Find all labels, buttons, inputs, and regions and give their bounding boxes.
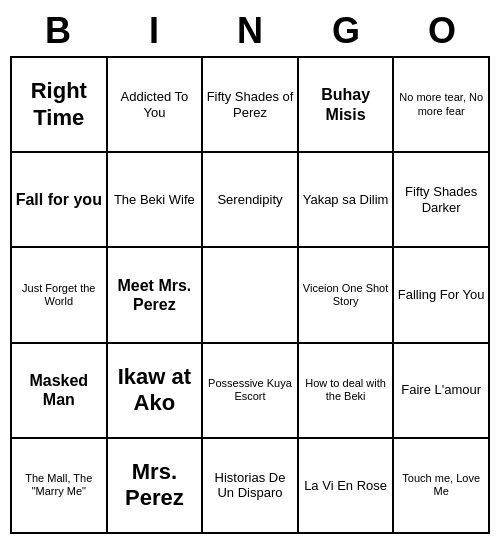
cell-r2-c0: Just Forget the World — [11, 247, 107, 342]
letter-g: G — [298, 10, 394, 52]
cell-r0-c3: Buhay Misis — [298, 57, 394, 152]
cell-r4-c1: Mrs. Perez — [107, 438, 203, 533]
cell-r2-c4: Falling For You — [393, 247, 489, 342]
cell-r3-c1: Ikaw at Ako — [107, 343, 203, 438]
cell-r0-c1: Addicted To You — [107, 57, 203, 152]
cell-r2-c3: Viceion One Shot Story — [298, 247, 394, 342]
cell-r3-c4: Faire L'amour — [393, 343, 489, 438]
cell-r2-c2 — [202, 247, 298, 342]
cell-r0-c4: No more tear, No more fear — [393, 57, 489, 152]
cell-r1-c1: The Beki Wife — [107, 152, 203, 247]
letter-n: N — [202, 10, 298, 52]
cell-r3-c3: How to deal with the Beki — [298, 343, 394, 438]
letter-b: B — [10, 10, 106, 52]
letter-i: I — [106, 10, 202, 52]
cell-r0-c0: Right Time — [11, 57, 107, 152]
cell-r3-c0: Masked Man — [11, 343, 107, 438]
cell-r1-c0: Fall for you — [11, 152, 107, 247]
cell-r3-c2: Possessive Kuya Escort — [202, 343, 298, 438]
cell-r0-c2: Fifty Shades of Perez — [202, 57, 298, 152]
cell-r1-c4: Fifty Shades Darker — [393, 152, 489, 247]
cell-r2-c1: Meet Mrs. Perez — [107, 247, 203, 342]
bingo-grid: Right TimeAddicted To YouFifty Shades of… — [10, 56, 490, 534]
letter-o: O — [394, 10, 490, 52]
bingo-title-row: B I N G O — [10, 10, 490, 52]
cell-r1-c3: Yakap sa Dilim — [298, 152, 394, 247]
cell-r1-c2: Serendipity — [202, 152, 298, 247]
cell-r4-c4: Touch me, Love Me — [393, 438, 489, 533]
cell-r4-c3: La Vi En Rose — [298, 438, 394, 533]
cell-r4-c0: The Mall, The "Marry Me" — [11, 438, 107, 533]
cell-r4-c2: Historias De Un Disparo — [202, 438, 298, 533]
